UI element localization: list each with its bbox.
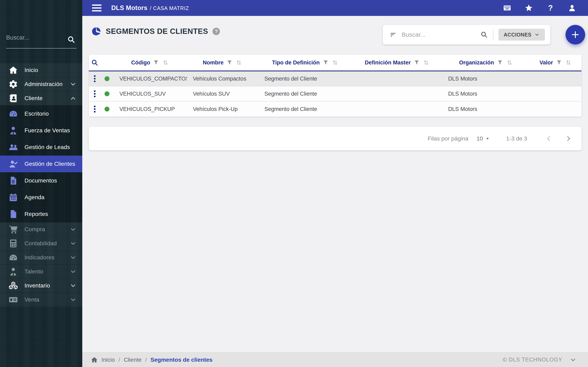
breadcrumb-inicio[interactable]: Inicio <box>102 357 115 363</box>
sidebar: InicioAdministraciónClienteEscritorioFue… <box>0 0 82 367</box>
rows-per-page-select[interactable]: 10 <box>476 135 490 142</box>
filter-icon[interactable] <box>323 59 329 66</box>
chevron-up-icon <box>70 95 77 102</box>
filter-lines-icon <box>390 31 397 39</box>
sidebar-item-contabilidad[interactable]: Contabilidad <box>0 236 82 250</box>
sidebar-item-cliente[interactable]: Cliente <box>0 91 82 105</box>
chevron-down-icon <box>70 282 77 289</box>
add-button[interactable] <box>566 25 585 44</box>
row-menu-icon[interactable] <box>93 74 97 83</box>
cell: Segmento del Cliente <box>258 76 352 82</box>
doc-lines-icon <box>9 176 18 185</box>
page-help-icon[interactable]: ? <box>213 28 220 35</box>
table-search-icon[interactable] <box>91 59 98 66</box>
prev-page-icon[interactable] <box>545 135 553 142</box>
actions-button-label: ACCIONES <box>504 32 531 38</box>
sidebar-item-label: Contabilidad <box>25 240 57 247</box>
status-dot <box>104 91 109 96</box>
cell: Vehículos Compactos <box>187 76 258 82</box>
filter-icon[interactable] <box>226 59 233 66</box>
sidebar-item-compra[interactable]: Compra <box>0 222 82 236</box>
gears-icon <box>9 80 18 89</box>
calculator-icon <box>9 239 18 248</box>
table-row[interactable]: VEHICULOS_PICKUPVehículos Pick-UpSegment… <box>89 101 581 117</box>
sidebar-item-administraci-n[interactable]: Administración <box>0 77 82 91</box>
user-icon[interactable] <box>568 4 576 12</box>
sidebar-item-fuerza-de-ventas[interactable]: Fuerza de Ventas <box>0 122 82 139</box>
branch-name: / CASA MATRIZ <box>150 5 189 11</box>
sort-icon[interactable] <box>565 59 572 66</box>
filter-icon[interactable] <box>497 59 503 66</box>
table-search-card: ACCIONES <box>383 25 550 44</box>
cubes-icon <box>9 281 18 290</box>
cart-icon <box>9 225 18 234</box>
app-title: DLS Motors / CASA MATRIZ <box>111 4 189 12</box>
chevron-down-icon <box>70 254 77 261</box>
sidebar-item-venta[interactable]: Venta <box>0 293 82 307</box>
table-row[interactable]: VEHICULOS_SUVVehículos SUVSegmento del C… <box>89 86 581 101</box>
actions-button[interactable]: ACCIONES <box>498 29 545 41</box>
table-row[interactable]: VEHICULOS_COMPACTOSVehículos CompactosSe… <box>89 71 581 86</box>
sort-icon[interactable] <box>423 59 430 66</box>
star-icon[interactable] <box>525 4 533 12</box>
sidebar-item-label: Documentos <box>25 177 57 184</box>
file-icon <box>9 209 18 219</box>
sidebar-search-input[interactable] <box>6 34 63 41</box>
chevron-down-icon[interactable] <box>570 356 577 363</box>
table-search-input[interactable] <box>402 31 480 38</box>
cell: Segmento del Cliente <box>258 106 352 112</box>
sort-icon[interactable] <box>506 59 513 66</box>
column-header-1: Nombre <box>187 59 258 66</box>
sidebar-item-reportes[interactable]: Reportes <box>0 206 82 222</box>
breadcrumb-cliente[interactable]: Cliente <box>124 357 141 363</box>
calendar-icon <box>9 193 18 202</box>
sort-icon[interactable] <box>235 59 242 66</box>
sidebar-item-agenda[interactable]: Agenda <box>0 189 82 206</box>
sidebar-item-indicadores[interactable]: Indicadores <box>0 250 82 265</box>
sort-icon[interactable] <box>332 59 338 66</box>
sidebar-item-label: Inicio <box>25 67 38 73</box>
footer: Inicio / Cliente / Segmentos de clientes… <box>82 352 588 367</box>
sidebar-item-label: Fuerza de Ventas <box>25 127 70 134</box>
chevron-down-icon <box>70 81 77 88</box>
column-label: Valor <box>539 59 553 66</box>
sidebar-item-gesti-n-de-leads[interactable]: Gestión de Leads <box>0 139 82 156</box>
search-icon[interactable] <box>480 30 488 39</box>
row-menu-icon[interactable] <box>93 104 97 114</box>
filter-icon[interactable] <box>556 59 562 66</box>
keyboard-icon[interactable] <box>503 4 511 12</box>
cell: DLS Motors <box>442 106 530 112</box>
topbar: DLS Motors / CASA MATRIZ ? <box>82 0 588 16</box>
sidebar-item-escritorio[interactable]: Escritorio <box>0 105 82 122</box>
breadcrumb: Inicio / Cliente / Segmentos de clientes <box>91 356 213 363</box>
next-page-icon[interactable] <box>565 135 572 142</box>
sidebar-item-label: Escritorio <box>25 110 49 117</box>
filter-icon[interactable] <box>414 59 420 66</box>
sidebar-item-inventario[interactable]: Inventario <box>0 279 82 293</box>
cell: Vehículos SUV <box>187 91 258 97</box>
column-label: Tipo de Definición <box>272 59 320 66</box>
cell: VEHICULOS_COMPACTOS <box>113 76 187 82</box>
gauge-icon <box>9 109 18 118</box>
column-label: Organización <box>459 59 494 66</box>
table-header-row: CódigoNombreTipo de DefiniciónDefinición… <box>89 55 581 71</box>
sidebar-item-documentos[interactable]: Documentos <box>0 172 82 189</box>
page-title: SEGMENTOS DE CLIENTES <box>106 27 208 36</box>
sidebar-item-label: Administración <box>25 81 62 87</box>
help-icon[interactable]: ? <box>546 4 554 12</box>
row-menu-icon[interactable] <box>93 89 97 99</box>
hamburger-menu-icon[interactable] <box>92 4 102 11</box>
sidebar-nav: InicioAdministraciónClienteEscritorioFue… <box>0 63 82 307</box>
users-icon <box>9 142 18 152</box>
column-header-2: Tipo de Definición <box>258 59 352 66</box>
pagination-range: 1-3 de 3 <box>506 135 527 142</box>
sidebar-search <box>6 34 77 49</box>
column-label: Definición Master <box>365 59 411 66</box>
cell: Segmento del Cliente <box>258 91 352 97</box>
search-icon[interactable] <box>67 35 75 44</box>
sidebar-item-inicio[interactable]: Inicio <box>0 63 82 77</box>
sidebar-item-talento[interactable]: Talento <box>0 265 82 279</box>
filter-icon[interactable] <box>153 59 159 66</box>
sidebar-item-gesti-n-de-clientes[interactable]: Gestión de Clientes <box>0 156 82 172</box>
sort-icon[interactable] <box>162 59 169 66</box>
